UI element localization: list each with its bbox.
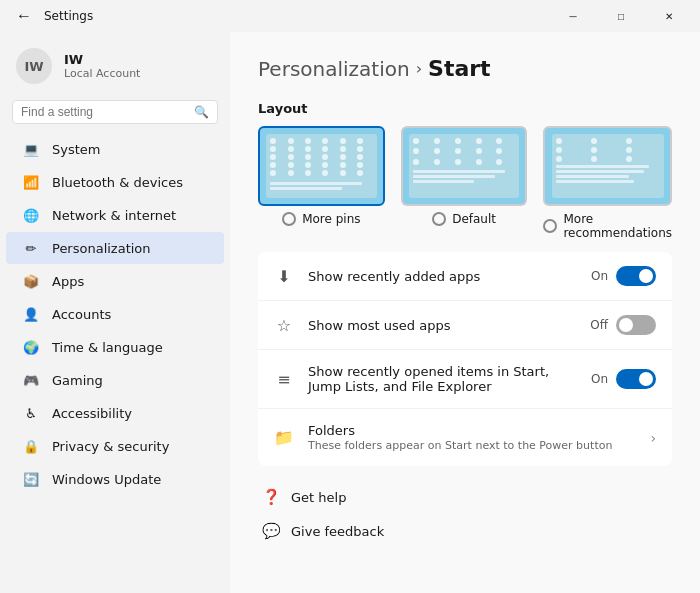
- layout-card-more-pins[interactable]: More pins: [258, 126, 385, 240]
- search-icon: 🔍: [194, 105, 209, 119]
- nav-icon-accessibility: ♿: [22, 404, 40, 422]
- user-info: IW Local Account: [64, 52, 140, 80]
- titlebar-left: ← Settings: [12, 5, 93, 27]
- sidebar-item-apps[interactable]: 📦 Apps: [6, 265, 224, 297]
- page-title: Start: [428, 56, 491, 81]
- nav-label-accessibility: Accessibility: [52, 406, 132, 421]
- nav-label-update: Windows Update: [52, 472, 161, 487]
- nav-icon-system: 💻: [22, 140, 40, 158]
- sidebar-item-update[interactable]: 🔄 Windows Update: [6, 463, 224, 495]
- card-img-more-rec: [543, 126, 672, 206]
- nav-icon-apps: 📦: [22, 272, 40, 290]
- page-header: Personalization › Start: [258, 56, 672, 81]
- toggle-most-used[interactable]: [616, 315, 656, 335]
- layout-radio-more-rec: More recommendations: [543, 212, 672, 240]
- app-title: Settings: [44, 9, 93, 23]
- toggle-knob-recently-opened: [639, 372, 653, 386]
- nav-list: 💻 System 📶 Bluetooth & devices 🌐 Network…: [0, 132, 230, 496]
- toggle-recently-added[interactable]: [616, 266, 656, 286]
- footer-icon-get-help: ❓: [262, 488, 281, 506]
- setting-text-recently-added: Show recently added apps: [308, 269, 577, 284]
- sidebar-item-system[interactable]: 💻 System: [6, 133, 224, 165]
- layout-label-more-pins: More pins: [302, 212, 360, 226]
- toggle-recently-opened[interactable]: [616, 369, 656, 389]
- search-input[interactable]: [21, 105, 188, 119]
- nav-icon-time: 🌍: [22, 338, 40, 356]
- nav-label-personalization: Personalization: [52, 241, 151, 256]
- setting-right-recently-added: On: [591, 266, 656, 286]
- setting-row-recently-added[interactable]: ⬇ Show recently added apps On: [258, 252, 672, 301]
- sidebar-item-personalization[interactable]: ✏️ Personalization: [6, 232, 224, 264]
- nav-icon-network: 🌐: [22, 206, 40, 224]
- setting-icon-recently-opened: ≡: [274, 370, 294, 389]
- settings-card: ⬇ Show recently added apps On ☆ Show mos…: [258, 252, 672, 466]
- nav-label-accounts: Accounts: [52, 307, 111, 322]
- nav-icon-personalization: ✏️: [22, 239, 40, 257]
- layout-radio-more-pins: More pins: [282, 212, 360, 226]
- nav-icon-gaming: 🎮: [22, 371, 40, 389]
- footer-link-give-feedback[interactable]: 💬 Give feedback: [258, 516, 672, 546]
- avatar: IW: [16, 48, 52, 84]
- sidebar-user-header: IW IW Local Account: [0, 40, 230, 100]
- breadcrumb-chevron: ›: [416, 59, 422, 78]
- toggle-knob-recently-added: [639, 269, 653, 283]
- nav-label-privacy: Privacy & security: [52, 439, 169, 454]
- sidebar-item-gaming[interactable]: 🎮 Gaming: [6, 364, 224, 396]
- footer-links: ❓ Get help 💬 Give feedback: [258, 482, 672, 546]
- sidebar-item-accounts[interactable]: 👤 Accounts: [6, 298, 224, 330]
- toggle-label-recently-opened: On: [591, 372, 608, 386]
- nav-label-system: System: [52, 142, 100, 157]
- close-button[interactable]: ✕: [646, 0, 692, 32]
- nav-label-bluetooth: Bluetooth & devices: [52, 175, 183, 190]
- setting-right-most-used: Off: [590, 315, 656, 335]
- sidebar-item-privacy[interactable]: 🔒 Privacy & security: [6, 430, 224, 462]
- sidebar: IW IW Local Account 🔍 💻 System 📶 Bluetoo…: [0, 32, 230, 593]
- toggle-label-recently-added: On: [591, 269, 608, 283]
- toggle-label-most-used: Off: [590, 318, 608, 332]
- layout-radio-default: Default: [432, 212, 496, 226]
- footer-link-get-help[interactable]: ❓ Get help: [258, 482, 672, 512]
- footer-label-get-help: Get help: [291, 490, 346, 505]
- search-box[interactable]: 🔍: [12, 100, 218, 124]
- layout-cards: More pins: [258, 126, 672, 240]
- layout-section-label: Layout: [258, 101, 672, 116]
- footer-label-give-feedback: Give feedback: [291, 524, 384, 539]
- titlebar: ← Settings ─ □ ✕: [0, 0, 700, 32]
- setting-text-most-used: Show most used apps: [308, 318, 576, 333]
- setting-title-most-used: Show most used apps: [308, 318, 576, 333]
- setting-row-recently-opened[interactable]: ≡ Show recently opened items in Start, J…: [258, 350, 672, 409]
- sidebar-item-accessibility[interactable]: ♿ Accessibility: [6, 397, 224, 429]
- nav-icon-privacy: 🔒: [22, 437, 40, 455]
- card-img-more-pins: [258, 126, 385, 206]
- user-subtitle: Local Account: [64, 67, 140, 80]
- nav-label-apps: Apps: [52, 274, 84, 289]
- nav-icon-bluetooth: 📶: [22, 173, 40, 191]
- layout-card-default[interactable]: Default: [401, 126, 528, 240]
- user-name: IW: [64, 52, 140, 67]
- nav-icon-update: 🔄: [22, 470, 40, 488]
- layout-label-default: Default: [452, 212, 496, 226]
- back-button[interactable]: ←: [12, 5, 36, 27]
- footer-icon-give-feedback: 💬: [262, 522, 281, 540]
- minimize-button[interactable]: ─: [550, 0, 596, 32]
- nav-icon-accounts: 👤: [22, 305, 40, 323]
- setting-text-folders: Folders These folders appear on Start ne…: [308, 423, 636, 452]
- layout-label-more-rec: More recommendations: [563, 212, 672, 240]
- card-img-default: [401, 126, 528, 206]
- setting-icon-recently-added: ⬇: [274, 267, 294, 286]
- maximize-button[interactable]: □: [598, 0, 644, 32]
- setting-right-recently-opened: On: [591, 369, 656, 389]
- titlebar-controls: ─ □ ✕: [550, 0, 692, 32]
- setting-row-most-used[interactable]: ☆ Show most used apps Off: [258, 301, 672, 350]
- sidebar-item-network[interactable]: 🌐 Network & internet: [6, 199, 224, 231]
- sidebar-item-time[interactable]: 🌍 Time & language: [6, 331, 224, 363]
- main-content: Personalization › Start Layout: [230, 32, 700, 593]
- setting-row-folders[interactable]: 📁 Folders These folders appear on Start …: [258, 409, 672, 466]
- nav-label-gaming: Gaming: [52, 373, 103, 388]
- setting-icon-folders: 📁: [274, 428, 294, 447]
- app-container: IW IW Local Account 🔍 💻 System 📶 Bluetoo…: [0, 32, 700, 593]
- breadcrumb-parent: Personalization: [258, 57, 410, 81]
- sidebar-item-bluetooth[interactable]: 📶 Bluetooth & devices: [6, 166, 224, 198]
- setting-title-folders: Folders: [308, 423, 636, 438]
- layout-card-more-rec[interactable]: More recommendations: [543, 126, 672, 240]
